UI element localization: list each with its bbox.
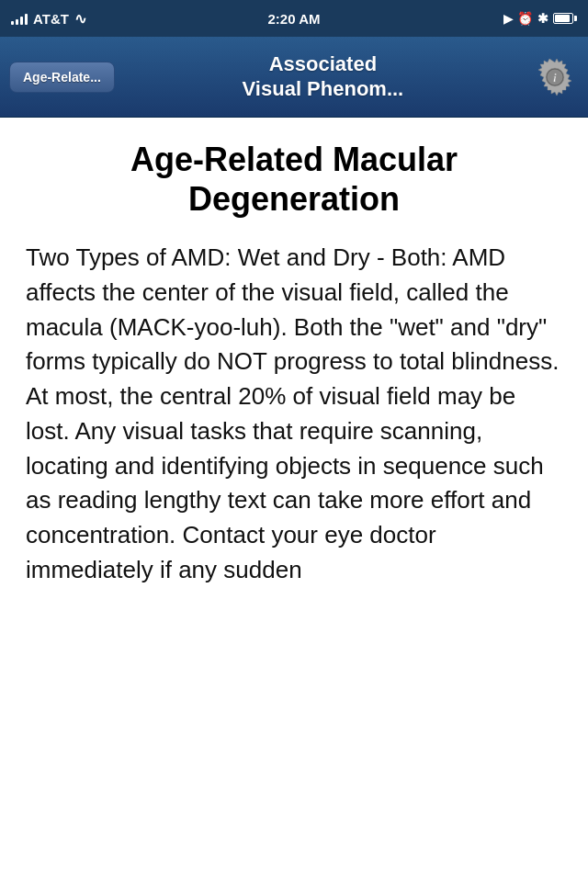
carrier-label: AT&T <box>33 11 69 27</box>
status-bar: AT&T ∿ 2:20 AM ▶ ⏰ ✱ <box>0 0 588 37</box>
status-bar-right: ▶ ⏰ ✱ <box>503 11 577 26</box>
page-title: Age-Related Macular Degeneration <box>26 140 562 219</box>
alarm-icon: ⏰ <box>517 11 533 26</box>
location-icon: ▶ <box>503 12 513 26</box>
info-button[interactable]: i <box>531 53 579 101</box>
wifi-icon: ∿ <box>74 10 86 28</box>
page-title-line1: Age-Related Macular <box>130 141 458 178</box>
content-area: Age-Related Macular Degeneration Two Typ… <box>0 118 588 882</box>
body-text: Two Types of AMD: Wet and Dry - Both: AM… <box>26 241 562 587</box>
nav-bar: Age-Relate... Associated Visual Phenom..… <box>0 37 588 118</box>
nav-title: Associated Visual Phenom... <box>124 52 522 101</box>
page-title-line2: Degeneration <box>188 180 400 218</box>
status-bar-time: 2:20 AM <box>268 11 321 27</box>
bluetooth-icon: ✱ <box>537 11 548 26</box>
gear-info-icon: i <box>533 55 577 99</box>
battery-icon <box>553 13 577 24</box>
signal-bars-icon <box>11 12 28 25</box>
status-bar-left: AT&T ∿ <box>11 10 86 28</box>
nav-title-line2: Visual Phenom... <box>124 77 522 101</box>
back-button[interactable]: Age-Relate... <box>9 62 115 93</box>
nav-title-line1: Associated <box>124 52 522 76</box>
